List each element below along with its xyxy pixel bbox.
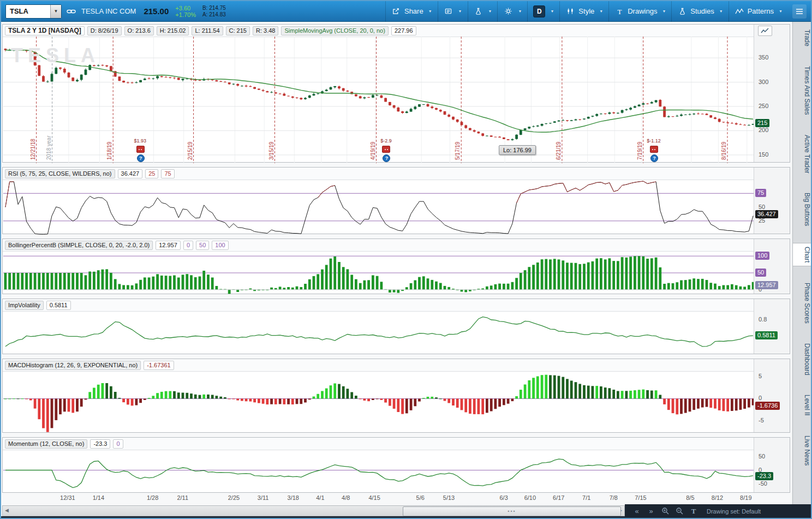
candlestick-chart[interactable]: 2018 year12/21/181/18/192/15/193/15/194/… xyxy=(3,37,755,163)
earnings-icon[interactable] xyxy=(136,146,145,153)
scroll-left-arrow[interactable]: ◀ xyxy=(5,508,9,513)
question-marker-icon[interactable]: ? xyxy=(137,154,145,162)
symbol-dropdown-button[interactable]: ▼ xyxy=(50,5,61,18)
momentum-plot-area[interactable] xyxy=(3,450,755,493)
chart-title[interactable]: TSLA 2 Y 1D [NASDAQ] xyxy=(5,26,85,35)
study-chip[interactable]: -1.67361 xyxy=(144,361,174,370)
link-chain-icon[interactable] xyxy=(66,7,76,16)
study-value-badge: 50 xyxy=(755,269,766,277)
style-dropdown-arrow[interactable]: ▼ xyxy=(599,9,603,13)
sidebar-tab-trade[interactable]: Trade xyxy=(793,26,811,50)
studies-icon xyxy=(677,7,687,16)
maximize-chart-icon[interactable] xyxy=(758,26,772,36)
timeframe-button[interactable]: D▼ xyxy=(527,1,559,22)
earnings-icon[interactable] xyxy=(650,146,658,153)
study-chip[interactable]: 12.957 xyxy=(156,241,181,250)
rsi-chart[interactable] xyxy=(3,180,755,235)
chart-scrollbar[interactable]: ◀ ▶ ••• xyxy=(2,505,625,516)
sidebar-tab-level-ii[interactable]: Level II xyxy=(793,391,811,419)
scrollbar-thumb[interactable]: ••• xyxy=(403,506,621,516)
study-chip[interactable]: BollingerPercentB (SIMPLE, CLOSE, 0, 20,… xyxy=(5,241,153,250)
study-chip[interactable]: 36.427 xyxy=(118,169,143,178)
time-axis-label: 4/15 xyxy=(368,494,380,501)
menu-hamburger-icon[interactable] xyxy=(792,4,807,19)
bid-value: B: 214.75 xyxy=(202,5,226,11)
percentb-plot-area[interactable] xyxy=(3,251,755,295)
drawings-dropdown-arrow[interactable]: ▼ xyxy=(662,9,666,13)
study-chip[interactable]: 0 xyxy=(113,439,123,449)
low-price-tooltip: Lo: 176.99 xyxy=(499,145,536,155)
time-axis: 12/311/141/282/112/253/113/184/14/84/155… xyxy=(2,493,754,504)
patterns-dropdown-arrow[interactable]: ▼ xyxy=(779,9,783,13)
tesla-watermark: TESLA xyxy=(11,44,100,67)
studies-dropdown-arrow[interactable]: ▼ xyxy=(719,9,723,13)
study-chip[interactable]: 50 xyxy=(196,241,209,250)
time-axis-label: 8/12 xyxy=(712,494,723,501)
settings-dropdown-arrow[interactable]: ▼ xyxy=(518,9,522,13)
percentb-chart[interactable] xyxy=(3,251,755,295)
news-dropdown-arrow[interactable]: ▼ xyxy=(458,9,462,13)
study-chip[interactable]: 25 xyxy=(145,169,158,178)
macdhistogram-plot-area[interactable] xyxy=(3,371,755,433)
symbol-input-group[interactable]: TSLA ▼ xyxy=(5,4,62,19)
timeframe-badge[interactable]: D xyxy=(533,5,545,17)
earnings-icon[interactable] xyxy=(382,146,390,153)
sidebar-tab-chart[interactable]: Chart xyxy=(793,243,811,266)
percentb-panel: BollingerPercentB (SIMPLE, CLOSE, 0, 20,… xyxy=(2,238,790,294)
style-button[interactable]: Style▼ xyxy=(559,1,608,22)
time-axis-label: 4/8 xyxy=(342,494,350,501)
impvolatility-plot-area[interactable] xyxy=(3,311,755,355)
study-chip[interactable]: Momentum (12, CLOSE, no) xyxy=(5,439,87,449)
drawings-icon: T xyxy=(614,7,624,16)
sidebar-tab-times-and-sales[interactable]: Times And Sales xyxy=(793,63,811,118)
news-button[interactable]: ▼ xyxy=(438,1,468,22)
drawings-button[interactable]: TDrawings▼ xyxy=(608,1,671,22)
quick-study-button[interactable]: ▼ xyxy=(468,1,498,22)
zoom-in-icon[interactable] xyxy=(661,507,670,516)
patterns-button[interactable]: Patterns▼ xyxy=(729,1,788,22)
text-note-icon[interactable]: T xyxy=(689,507,698,516)
study-axis-tick: -5 xyxy=(759,417,764,423)
sma-study-value: 227.96 xyxy=(391,26,416,35)
settings-button[interactable]: ▼ xyxy=(497,1,527,22)
symbol-input[interactable]: TSLA xyxy=(6,5,50,18)
style-icon xyxy=(565,7,575,16)
quick-study-dropdown-arrow[interactable]: ▼ xyxy=(488,9,492,13)
question-marker-icon[interactable]: ? xyxy=(650,154,658,162)
bottom-dock: « » T Drawing set: Default xyxy=(625,504,811,518)
sidebar-tab-active-trader[interactable]: Active Trader xyxy=(793,132,811,177)
momentum-chart[interactable] xyxy=(3,450,755,493)
study-chip[interactable]: MACDHistogram (12, 26, 9, EXPONENTIAL, n… xyxy=(5,361,141,370)
pan-right-icon[interactable]: » xyxy=(647,507,655,516)
study-chip[interactable]: RSI (5, 75, 25, CLOSE, WILDERS, no) xyxy=(5,169,115,178)
style-label: Style xyxy=(578,7,594,15)
timeframe-dropdown-arrow[interactable]: ▼ xyxy=(550,9,554,13)
studies-button[interactable]: Studies▼ xyxy=(671,1,728,22)
study-chip[interactable]: ImpVolatility xyxy=(5,301,44,310)
svg-text:4/19/19: 4/19/19 xyxy=(370,141,376,160)
study-chip[interactable]: 75 xyxy=(161,169,174,178)
zoom-out-icon[interactable] xyxy=(675,507,684,516)
price-panel: TSLA 2 Y 1D [NASDAQ] D: 8/26/19O: 213.6H… xyxy=(2,24,790,163)
sidebar-tab-live-news[interactable]: Live News xyxy=(793,432,811,469)
study-chip[interactable]: 0.5811 xyxy=(46,301,71,310)
sidebar-tab-dashboard[interactable]: Dashboard xyxy=(793,340,811,379)
study-chip[interactable]: -23.3 xyxy=(90,439,110,449)
sidebar-tab-phase-scores[interactable]: Phase Scores xyxy=(793,279,811,327)
pan-left-icon[interactable]: « xyxy=(632,507,641,516)
share-button[interactable]: Share▼ xyxy=(385,1,438,22)
study-chip[interactable]: 100 xyxy=(212,241,228,250)
drawing-set-label[interactable]: Drawing set: Default xyxy=(707,508,761,515)
time-axis-label: 4/1 xyxy=(316,494,324,501)
share-dropdown-arrow[interactable]: ▼ xyxy=(428,9,432,13)
study-value-badge: 12.957 xyxy=(755,281,778,289)
price-plot-area[interactable]: TESLA 2018 year12/21/181/18/192/15/193/1… xyxy=(3,37,755,163)
rsi-axis: 50257536.427 xyxy=(754,168,790,234)
macdhistogram-chart[interactable] xyxy=(3,371,755,433)
rsi-plot-area[interactable] xyxy=(3,180,755,235)
impvolatility-chart[interactable] xyxy=(3,311,755,355)
sidebar-tab-big-buttons[interactable]: Big Buttons xyxy=(793,189,811,229)
study-value-badge: 100 xyxy=(755,252,769,260)
study-chip[interactable]: 0 xyxy=(183,241,193,250)
sma-study-label[interactable]: SimpleMovingAvg (CLOSE, 20, 0, no) xyxy=(281,26,388,35)
